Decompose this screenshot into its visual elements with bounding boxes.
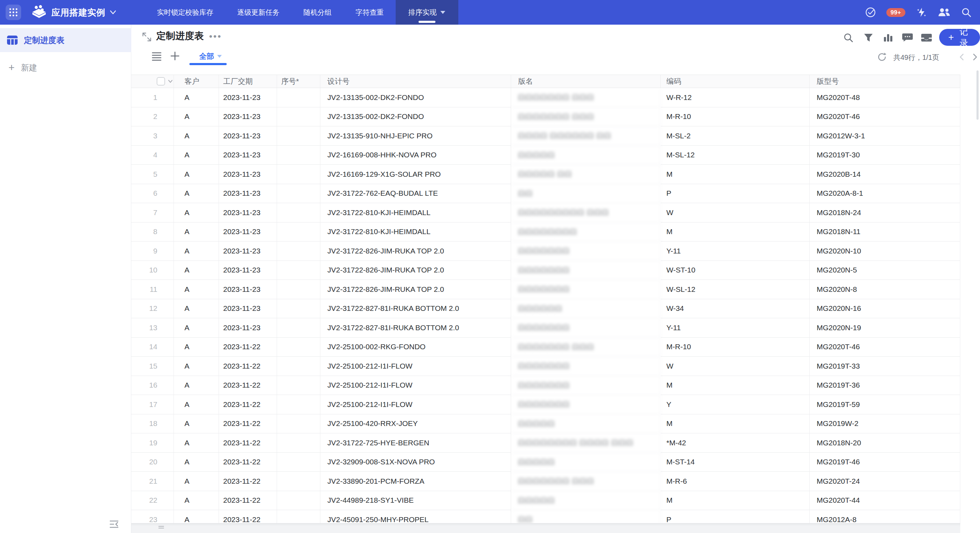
cell-customer[interactable]: A [174,395,219,414]
table-row[interactable]: 7 A 2023-11-23 JV2-31722-810-KJI-HEIMDAL… [131,203,960,223]
cell-seq[interactable] [277,453,320,472]
cell-ban-name-redacted[interactable]: 口口口口口口口 [511,242,661,261]
cell-model-no[interactable]: MG2019T-59 [810,395,960,414]
cell-customer[interactable]: A [174,203,219,223]
cell-code[interactable]: W-34 [661,299,810,318]
table-row[interactable]: 9 A 2023-11-23 JV2-31722-826-JIM-RUKA TO… [131,242,960,261]
table-search-icon[interactable] [843,32,854,43]
row-number-cell[interactable]: 10 [131,261,174,280]
row-number-cell[interactable]: 11 [131,280,174,299]
cell-factory-date[interactable]: 2023-11-22 [219,453,277,472]
cell-customer[interactable]: A [174,107,219,127]
cell-design-no[interactable]: JV2-13135-002-DK2-FONDO [320,88,511,107]
cell-code[interactable]: M [661,376,810,395]
cell-factory-date[interactable]: 2023-11-23 [219,184,277,204]
cell-seq[interactable] [277,242,320,261]
column-header-design-no[interactable]: 设计号 [320,75,511,88]
table-row[interactable]: 22 A 2023-11-22 JV2-44989-218-SY1-VIBE 口… [131,491,960,511]
cell-ban-name-redacted[interactable]: 口口 [511,184,661,204]
cell-ban-name-redacted[interactable]: 口口口口口口口 [511,280,661,299]
cell-model-no[interactable]: MG2020N-8 [810,280,960,299]
table-row[interactable]: 19 A 2023-11-22 JV2-31722-725-HYE-BERGEN… [131,433,960,453]
chevron-down-icon[interactable] [168,80,173,83]
cell-customer[interactable]: A [174,261,219,280]
refresh-icon[interactable] [877,52,887,62]
table-row[interactable]: 14 A 2023-11-22 JV2-25100-002-RKG-FONDO … [131,337,960,357]
cell-design-no[interactable]: JV2-25100-212-I1I-FLOW [320,395,511,414]
table-row[interactable]: 21 A 2023-11-22 JV2-33890-201-PCM-FORZA … [131,472,960,491]
cell-seq[interactable] [277,510,320,523]
notification-badge[interactable]: 99+ [886,8,905,17]
view-tab-all[interactable]: 全部 [199,51,222,61]
row-number-cell[interactable]: 1 [131,88,174,107]
cell-design-no[interactable]: JV2-31722-826-JIM-RUKA TOP 2.0 [320,242,511,261]
cell-factory-date[interactable]: 2023-11-23 [219,280,277,299]
cell-factory-date[interactable]: 2023-11-23 [219,107,277,127]
cell-model-no[interactable]: MG2020N-5 [810,261,960,280]
table-row[interactable]: 23 A 2023-11-22 JV2-45091-250-MHY-PROPEL… [131,510,960,523]
cell-design-no[interactable]: JV2-31722-827-81I-RUKA BOTTOM 2.0 [320,318,511,337]
expand-fullscreen-icon[interactable] [142,32,152,42]
cell-code[interactable]: Y-11 [661,318,810,337]
cell-code[interactable]: M [661,414,810,434]
cell-seq[interactable] [277,261,320,280]
cell-design-no[interactable]: JV2-13135-002-DK2-FONDO [320,107,511,127]
cell-design-no[interactable]: JV2-33890-201-PCM-FORZA [320,472,511,491]
cell-seq[interactable] [277,337,320,357]
row-number-cell[interactable]: 20 [131,453,174,472]
table-row[interactable]: 11 A 2023-11-23 JV2-31722-826-JIM-RUKA T… [131,280,960,299]
table-row[interactable]: 2 A 2023-11-23 JV2-13135-002-DK2-FONDO 口… [131,107,960,127]
cell-ban-name-redacted[interactable]: 口口口口口口口 口口口 [511,88,661,107]
cell-ban-name-redacted[interactable]: 口口口口口口口 [511,376,661,395]
cell-seq[interactable] [277,299,320,318]
row-number-cell[interactable]: 13 [131,318,174,337]
cell-model-no[interactable]: MG2020T-48 [810,88,960,107]
table-row[interactable]: 1 A 2023-11-23 JV2-13135-002-DK2-FONDO 口… [131,88,960,107]
cell-code[interactable]: W [661,356,810,376]
cell-design-no[interactable]: JV2-31722-827-81I-RUKA BOTTOM 2.0 [320,299,511,318]
cell-ban-name-redacted[interactable]: 口口口口口 口口 [511,165,661,184]
row-number-cell[interactable]: 17 [131,395,174,414]
cell-customer[interactable]: A [174,510,219,523]
cell-model-no[interactable]: MG2020T-44 [810,491,960,511]
cell-factory-date[interactable]: 2023-11-22 [219,491,277,511]
cell-code[interactable]: M-SL-12 [661,146,810,165]
cell-ban-name-redacted[interactable]: 口口口口口口口 [511,261,661,280]
table-row[interactable]: 15 A 2023-11-22 JV2-25100-212-I1I-FLOW 口… [131,356,960,376]
cell-seq[interactable] [277,318,320,337]
automation-bolt-icon[interactable] [916,7,927,18]
cell-factory-date[interactable]: 2023-11-23 [219,223,277,242]
cell-design-no[interactable]: JV2-31722-810-KJI-HEIMDALL [320,203,511,223]
cell-ban-name-redacted[interactable]: 口口口口口 [511,414,661,434]
table-row[interactable]: 10 A 2023-11-23 JV2-31722-826-JIM-RUKA T… [131,261,960,280]
column-header-seq[interactable]: 序号* [277,75,320,88]
cell-design-no[interactable]: JV2-31722-826-JIM-RUKA TOP 2.0 [320,280,511,299]
cell-ban-name-redacted[interactable]: 口口口口口 [511,146,661,165]
cell-seq[interactable] [277,414,320,434]
sidebar-new-table-button[interactable]: + 新建 [0,57,131,78]
cell-model-no[interactable]: MG2012W-3-1 [810,126,960,146]
cell-seq[interactable] [277,165,320,184]
cell-ban-name-redacted[interactable]: 口口口口口口口 口口口 [511,472,661,491]
cell-factory-date[interactable]: 2023-11-22 [219,472,277,491]
cell-design-no[interactable]: JV2-31722-826-JIM-RUKA TOP 2.0 [320,261,511,280]
cell-code[interactable]: M [661,491,810,511]
vertical-scrollbar-thumb[interactable] [977,70,978,120]
cell-design-no[interactable]: JV2-44989-218-SY1-VIBE [320,491,511,511]
cell-seq[interactable] [277,184,320,204]
cell-factory-date[interactable]: 2023-11-23 [219,126,277,146]
view-list-icon[interactable] [151,51,162,61]
cell-customer[interactable]: A [174,126,219,146]
select-all-checkbox[interactable] [157,77,165,86]
cell-model-no[interactable]: MG2018N-20 [810,433,960,453]
cell-model-no[interactable]: MG2020N-16 [810,299,960,318]
cell-model-no[interactable]: MG2020T-46 [810,337,960,357]
cell-ban-name-redacted[interactable]: 口口口口口口口 [511,356,661,376]
row-number-cell[interactable]: 23 [131,510,174,523]
cell-model-no[interactable]: MG2020T-46 [810,107,960,127]
cell-customer[interactable]: A [174,433,219,453]
cell-code[interactable]: M-R-10 [661,337,810,357]
cell-customer[interactable]: A [174,299,219,318]
cell-seq[interactable] [277,395,320,414]
cell-code[interactable]: P [661,510,810,523]
